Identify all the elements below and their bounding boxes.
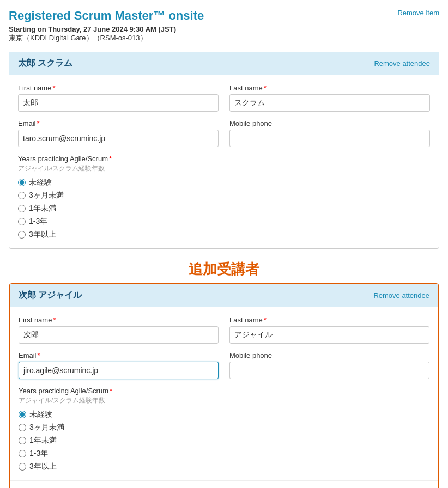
attendee1-radio-input-4[interactable] <box>18 231 26 239</box>
attendee1-email-required: * <box>37 119 40 127</box>
remove-item-link[interactable]: Remove item <box>397 9 439 17</box>
attendee2-header: 次郎 アジャイル Remove attendee <box>10 284 438 307</box>
attendee2-lastname-input[interactable] <box>229 326 429 344</box>
attendee2-email-label: Email* <box>19 351 219 359</box>
page-wrapper: Remove item Registered Scrum Master™ ons… <box>0 0 448 488</box>
attendee2-mobile-input[interactable] <box>229 362 429 379</box>
attendee1-remove-link[interactable]: Remove attendee <box>374 59 430 68</box>
attendee1-header: 太郎 スクラム Remove attendee <box>9 52 439 75</box>
attendee2-firstname-input[interactable] <box>19 326 219 344</box>
attendee2-email-input[interactable] <box>19 362 219 379</box>
attendee2-mobile-group: Mobile phone <box>229 351 429 379</box>
attendee2-remove-link[interactable]: Remove attendee <box>373 291 429 300</box>
attendee2-years-sublabel: アジャイル/スクラム経験年数 <box>19 396 429 405</box>
attendee2-radio-input-3[interactable] <box>19 450 26 457</box>
attendee2-years-section: Years practicing Agile/Scrum* アジャイル/スクラム… <box>19 387 429 472</box>
attendee2-mobile-label: Mobile phone <box>229 351 429 359</box>
attendee1-name: 太郎 スクラム <box>18 58 72 69</box>
attendee2-name: 次郎 アジャイル <box>19 290 82 301</box>
attendee1-mobile-label: Mobile phone <box>229 119 430 127</box>
attendee1-email-group: Email* <box>18 119 219 147</box>
attendee1-lastname-group: Last name* <box>229 84 430 112</box>
bottom-area: Add another attendee <box>10 480 438 488</box>
attendee2-radio-0[interactable]: 未経験 <box>19 410 429 419</box>
attendee1-mobile-input[interactable] <box>229 130 430 147</box>
attendee2-years-label: Years practicing Agile/Scrum* <box>19 387 429 395</box>
attendee1-body: First name* Last name* Email* <box>9 75 439 248</box>
attendee2-body: First name* Last name* Email* <box>10 307 438 480</box>
attendee1-name-row: First name* Last name* <box>18 84 430 112</box>
attendee2-lastname-group: Last name* <box>229 316 429 344</box>
annotation-text: 追加受講者 <box>189 261 259 277</box>
attendee2-lastname-label: Last name* <box>229 316 429 324</box>
attendee2-radio-4[interactable]: 3年以上 <box>19 462 429 472</box>
attendee1-contact-row: Email* Mobile phone <box>18 119 430 147</box>
attendee2-radio-group: 未経験 3ヶ月未満 1年未満 1-3年 <box>19 410 429 472</box>
attendee2-radio-2[interactable]: 1年未満 <box>19 436 429 446</box>
attendee1-years-section: Years practicing Agile/Scrum* アジャイル/スクラム… <box>18 155 430 240</box>
attendee2-section: 次郎 アジャイル Remove attendee First name* Las… <box>9 283 439 488</box>
attendee2-firstname-label: First name* <box>19 316 219 324</box>
attendee1-lastname-required: * <box>264 84 267 92</box>
attendee1-lastname-input[interactable] <box>229 94 430 112</box>
attendee1-radio-2[interactable]: 1年未満 <box>18 204 430 213</box>
attendee2-radio-1[interactable]: 3ヶ月未満 <box>19 423 429 432</box>
attendee1-firstname-group: First name* <box>18 84 219 112</box>
attendee1-years-label: Years practicing Agile/Scrum* <box>18 155 430 163</box>
annotation-area: 追加受講者 <box>9 258 439 283</box>
attendee2-firstname-group: First name* <box>19 316 219 344</box>
attendee2-radio-input-0[interactable] <box>19 411 26 418</box>
attendee2-radio-input-1[interactable] <box>19 424 26 431</box>
attendee2-lastname-required: * <box>264 316 267 324</box>
attendee1-email-label: Email* <box>18 119 219 127</box>
attendee1-mobile-group: Mobile phone <box>229 119 430 147</box>
add-attendee-button[interactable]: Add another attendee <box>19 485 92 488</box>
attendee1-firstname-required: * <box>52 84 55 92</box>
event-date: Starting on Thursday, 27 June 2024 9:30 … <box>9 25 439 33</box>
attendee2-email-group: Email* <box>19 351 219 379</box>
attendee1-lastname-label: Last name* <box>229 84 430 92</box>
attendee2-email-required: * <box>38 351 40 359</box>
attendee2-contact-row: Email* Mobile phone <box>19 351 429 379</box>
attendee1-radio-input-1[interactable] <box>18 192 26 199</box>
attendee2-radio-3[interactable]: 1-3年 <box>19 449 429 459</box>
event-header: Remove item Registered Scrum Master™ ons… <box>9 9 439 43</box>
event-location: 東京（KDDI Digital Gate）（RSM-os-013） <box>9 33 439 43</box>
attendee2-radio-input-2[interactable] <box>19 437 26 444</box>
attendee1-section: 太郎 スクラム Remove attendee First name* Last… <box>9 52 439 249</box>
attendee1-firstname-input[interactable] <box>18 94 219 112</box>
attendee1-radio-0[interactable]: 未経験 <box>18 178 430 187</box>
attendee1-radio-4[interactable]: 3年以上 <box>18 230 430 240</box>
attendee1-radio-3[interactable]: 1-3年 <box>18 217 430 227</box>
attendee2-firstname-required: * <box>53 316 56 324</box>
attendee2-name-row: First name* Last name* <box>19 316 429 344</box>
attendee1-radio-input-0[interactable] <box>18 179 26 186</box>
attendee1-firstname-label: First name* <box>18 84 219 92</box>
attendee1-radio-input-3[interactable] <box>18 218 26 225</box>
attendee1-radio-group: 未経験 3ヶ月未満 1年未満 1-3年 <box>18 178 430 240</box>
event-title: Registered Scrum Master™ onsite <box>9 9 439 23</box>
attendee1-email-input[interactable] <box>18 130 219 147</box>
attendee2-radio-input-4[interactable] <box>19 463 26 471</box>
attendee1-radio-1[interactable]: 3ヶ月未満 <box>18 191 430 200</box>
attendee1-radio-input-2[interactable] <box>18 205 26 212</box>
attendee1-years-sublabel: アジャイル/スクラム経験年数 <box>18 164 430 173</box>
